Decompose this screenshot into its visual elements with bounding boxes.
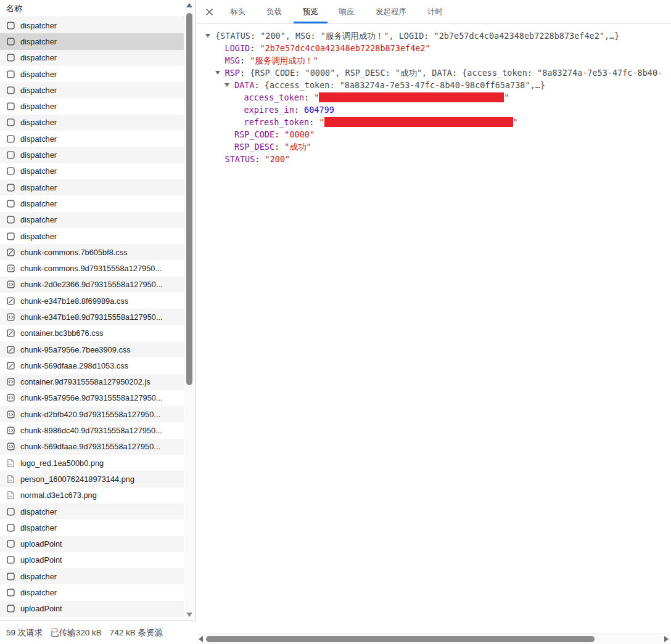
request-row[interactable]: chunk-95a7956e.9d79315558a127950...	[0, 390, 184, 406]
request-row[interactable]: dispatcher	[0, 98, 184, 114]
request-row[interactable]: dispatcher	[0, 179, 184, 195]
request-name: logo_red.1ea500b0.png	[20, 459, 104, 468]
request-name: dispatcher	[20, 199, 57, 208]
request-row[interactable]: uploadPoint	[0, 552, 184, 568]
request-row[interactable]: dispatcher	[0, 584, 184, 600]
request-row[interactable]: chunk-569dfaae.298d1053.css	[0, 357, 184, 373]
request-row[interactable]: uploadPoint	[0, 601, 184, 617]
json-token-str: "200"	[265, 154, 290, 164]
request-name: person_1600762418973144.png	[20, 475, 134, 484]
request-name: dispatcher	[20, 588, 57, 597]
expand-arrow-icon[interactable]	[224, 83, 229, 87]
json-token-sum: {RSP_CODE: "0000", RSP_DESC: "成功", DATA:…	[250, 68, 662, 78]
document-icon	[6, 53, 15, 63]
request-row[interactable]: chunk-95a7956e.7bee3909.css	[0, 341, 184, 357]
scroll-left-arrow-icon[interactable]	[199, 636, 203, 642]
tab-initiator[interactable]: 发起程序	[366, 0, 416, 23]
name-column-header[interactable]: 名称	[0, 0, 184, 17]
request-row[interactable]: dispatcher	[0, 50, 184, 66]
json-tree-line: RSP_DESC: "成功"	[196, 141, 671, 153]
request-name: uploadPoint	[20, 604, 62, 613]
request-row[interactable]: dispatcher	[0, 131, 184, 147]
request-row[interactable]: dispatcher	[0, 520, 184, 536]
request-name: dispatcher	[20, 134, 57, 144]
request-row[interactable]: dispatcher	[0, 568, 184, 584]
request-row[interactable]: chunk-e347b1e8.9d79315558a127950...	[0, 309, 184, 325]
request-row[interactable]: dispatcher	[0, 33, 184, 49]
json-tree-line: STATUS: "200"	[196, 153, 671, 165]
json-tree-line: {STATUS: "200", MSG: "服务调用成功！", LOGID: "…	[196, 30, 671, 42]
request-row[interactable]: chunk-commons.9d79315558a127950...	[0, 260, 184, 276]
request-row[interactable]: chunk-2d0e2366.9d79315558a127950...	[0, 277, 184, 293]
script-icon	[6, 377, 15, 387]
request-row[interactable]: container.bc3bb676.css	[0, 325, 184, 341]
request-row[interactable]: container.9d79315558a127950202.js	[0, 374, 184, 390]
request-name: dispatcher	[20, 70, 57, 79]
request-name: dispatcher	[20, 183, 57, 192]
json-tree-line: RSP: {RSP_CODE: "0000", RSP_DESC: "成功", …	[196, 67, 671, 79]
json-tree-line: expires_in: 604799	[196, 104, 671, 116]
json-tree-line: LOGID: "2b7e57dc4c0a42348eb7228b873ef4e2…	[196, 42, 671, 54]
request-row[interactable]: dispatcher	[0, 212, 184, 228]
json-token-plain: :	[240, 55, 250, 65]
request-name: dispatcher	[20, 572, 57, 581]
request-row[interactable]: chunk-commons.7b605bf8.css	[0, 244, 184, 260]
document-icon	[6, 588, 15, 598]
request-row[interactable]: uploadPoint	[0, 536, 184, 552]
image-icon	[6, 474, 15, 484]
request-row[interactable]: chunk-e347b1e8.8f69989a.css	[0, 293, 184, 309]
request-row[interactable]: dispatcher	[0, 82, 184, 98]
json-token-key: DATA	[234, 80, 255, 90]
request-name: chunk-d2bfb420.9d79315558a127950...	[20, 410, 160, 419]
expand-arrow-icon[interactable]	[215, 71, 220, 75]
json-token-plain: :	[309, 117, 319, 127]
request-row[interactable]: chunk-8986dc40.9d79315558a127950...	[0, 422, 184, 438]
request-row[interactable]: dispatcher	[0, 163, 184, 179]
request-row[interactable]: dispatcher	[0, 195, 184, 211]
request-row[interactable]: chunk-569dfaae.9d79315558a127950...	[0, 439, 184, 455]
vertical-scrollbar[interactable]	[184, 0, 194, 621]
tab-headers[interactable]: 标头	[221, 0, 255, 23]
request-row[interactable]: dispatcher	[0, 115, 184, 131]
stylesheet-icon	[6, 344, 15, 354]
expand-arrow-icon[interactable]	[205, 34, 210, 38]
request-row[interactable]: person_1600762418973144.png	[0, 471, 184, 487]
json-token-str: "成功"	[284, 142, 311, 152]
tab-preview[interactable]: 预览	[294, 0, 327, 23]
request-row[interactable]: dispatcher	[0, 503, 184, 520]
json-token-str: "0000"	[284, 129, 315, 139]
request-row[interactable]: dispatcher	[0, 228, 184, 244]
document-icon	[6, 539, 15, 549]
scroll-right-arrow-icon[interactable]	[664, 636, 669, 642]
request-name: chunk-commons.7b605bf8.css	[20, 248, 128, 257]
json-token-key: refresh_token	[244, 117, 310, 127]
script-icon	[6, 312, 15, 322]
tab-timing[interactable]: 计时	[418, 0, 452, 23]
document-icon	[6, 571, 15, 581]
tab-response[interactable]: 响应	[330, 0, 364, 23]
request-row[interactable]: dispatcher	[0, 17, 184, 33]
scroll-up-arrow-icon[interactable]	[186, 3, 192, 7]
request-name: dispatcher	[20, 507, 57, 516]
document-icon	[6, 507, 15, 516]
request-row[interactable]: dispatcher	[0, 66, 184, 82]
json-tree-line: MSG: "服务调用成功！"	[196, 54, 671, 67]
scroll-down-arrow-icon[interactable]	[186, 613, 192, 617]
request-row[interactable]: dispatcher	[0, 147, 184, 163]
json-preview-tree: {STATUS: "200", MSG: "服务调用成功！", LOGID: "…	[196, 25, 671, 634]
horizontal-scrollbar[interactable]	[196, 634, 671, 644]
request-row[interactable]: logo_red.1ea500b0.png	[0, 455, 184, 471]
image-icon	[6, 491, 15, 500]
request-row[interactable]: normal.d3e1c673.png	[0, 487, 184, 503]
request-name: chunk-e347b1e8.8f69989a.css	[20, 296, 128, 306]
tab-payload[interactable]: 负载	[257, 0, 291, 23]
request-row[interactable]: chunk-d2bfb420.9d79315558a127950...	[0, 406, 184, 422]
vertical-scrollbar-thumb[interactable]	[186, 13, 192, 385]
close-button[interactable]	[204, 7, 215, 17]
json-token-sum: {access_token: "8a83274a-7e53-47fc-8b40-…	[265, 80, 545, 90]
document-icon	[6, 215, 15, 225]
document-icon	[6, 182, 15, 192]
document-icon	[6, 166, 15, 176]
horizontal-scrollbar-thumb[interactable]	[206, 636, 595, 642]
request-name: dispatcher	[20, 37, 57, 46]
